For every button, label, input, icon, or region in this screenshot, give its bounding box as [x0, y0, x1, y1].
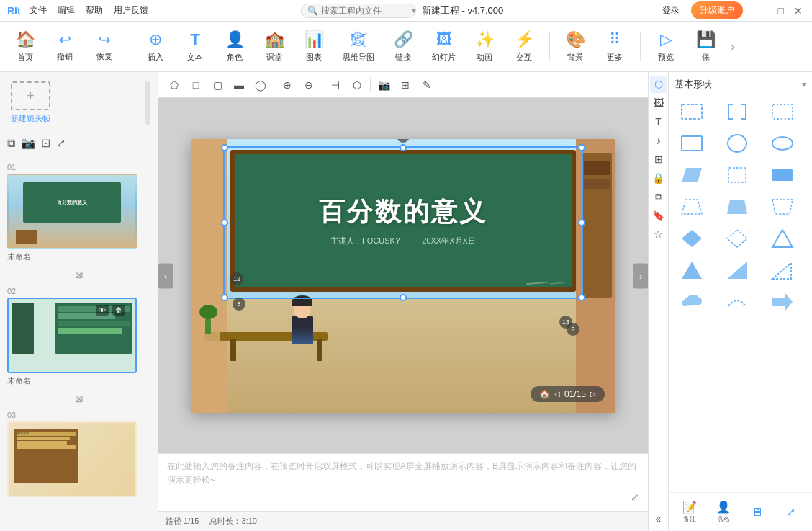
shape-diamond[interactable]	[675, 225, 709, 252]
shape-circle[interactable]	[720, 130, 754, 157]
toolbar-mindmap[interactable]: 🕸 思维导图	[335, 27, 382, 66]
toolbar-link[interactable]: 🔗 链接	[385, 27, 421, 66]
copy-frame-button[interactable]: ⧉	[7, 137, 15, 150]
slide-subtitle1: 主讲人：FOCUSKY	[330, 236, 400, 246]
shape-dashed-rect[interactable]	[675, 98, 709, 125]
shape-btn-edit[interactable]: ✎	[417, 75, 437, 95]
right-sidebar: ⬡ 🖼 T ♪ ⊞ 🔒 ⧉ 🔖 ☆ «	[648, 72, 668, 531]
search-box[interactable]: 🔍 ▼	[301, 4, 416, 18]
shape-bracket[interactable]	[720, 98, 754, 125]
shape-btn-zoom-out[interactable]: ⊖	[299, 75, 319, 95]
slide-prev-button[interactable]: ‹	[158, 263, 173, 288]
shape-cloud[interactable]	[675, 288, 709, 316]
menu-feedback[interactable]: 用户反馈	[114, 4, 148, 17]
shape-trapezoid-1[interactable]	[675, 193, 709, 220]
shape-right-triangle[interactable]	[720, 256, 754, 284]
sidebar-lock-button[interactable]: 🔒	[650, 169, 667, 187]
svg-point-4	[772, 137, 793, 150]
toolbar-bg[interactable]: 🎨 背景	[557, 27, 593, 66]
notes-expand-button[interactable]: ⤢	[631, 489, 639, 505]
search-dropdown-icon[interactable]: ▼	[410, 6, 418, 14]
toolbar-class[interactable]: 🏫 课堂	[256, 27, 292, 66]
shape-btn-polygon2[interactable]: ⬡	[347, 75, 367, 95]
toolbar-more[interactable]: ⠿ 更多	[597, 27, 633, 66]
slide-item-1[interactable]: 01 百分数的意义 未命名	[0, 159, 158, 266]
shape-btn-pentagon[interactable]: ⬠	[164, 75, 184, 95]
menu-edit[interactable]: 编辑	[58, 4, 75, 17]
close-button[interactable]: ✕	[792, 5, 805, 17]
toolbar-home-label: 首页	[17, 52, 33, 63]
fullscreen-button[interactable]: ⤢	[774, 502, 808, 522]
menu-help[interactable]: 帮助	[86, 4, 103, 17]
save-icon: 💾	[696, 30, 716, 49]
shape-btn-rect[interactable]: □	[186, 75, 206, 95]
toolbar-chart[interactable]: 📊 图表	[296, 27, 332, 66]
toolbar-redo[interactable]: ↪ 恢复	[86, 27, 122, 66]
sidebar-audio-button[interactable]: ♪	[650, 132, 667, 149]
shape-btn-bold-rect[interactable]: ▬	[229, 75, 249, 95]
shape-solid-rect-filled[interactable]	[765, 161, 800, 189]
toolbar-text[interactable]: T 文本	[177, 27, 213, 66]
upgrade-button[interactable]: 升级账户	[691, 1, 743, 19]
shape-diamond-dashed[interactable]	[720, 225, 754, 252]
search-input[interactable]	[321, 6, 407, 16]
toolbar-save[interactable]: 💾 保	[687, 27, 723, 66]
slide-item-2[interactable]: 02 👁 🗑 未命名	[0, 283, 158, 390]
expand-button[interactable]: ⤢	[56, 136, 66, 150]
svg-marker-9	[727, 200, 747, 214]
shape-dashed-rect2[interactable]	[765, 98, 800, 125]
slide-item-3[interactable]: 03 教学内容	[0, 407, 158, 501]
toolbar-slideshow[interactable]: 🖼 幻灯片	[425, 27, 463, 66]
shape-trapezoid-3[interactable]	[765, 193, 800, 220]
shape-arrow-right[interactable]	[765, 288, 800, 316]
notes-area[interactable]: 在此处输入您的备注内容，在预览时开启双屏模式，可以实现A屏全屏播放演示内容，B屏…	[158, 453, 648, 511]
shape-dashed-square[interactable]	[720, 161, 754, 189]
sidebar-star-button[interactable]: ☆	[650, 226, 667, 243]
toolbar-preview[interactable]: ▷ 预览	[648, 27, 684, 66]
fit-button[interactable]: ⊡	[41, 136, 50, 150]
shape-btn-grid[interactable]: ⊞	[395, 75, 415, 95]
shape-btn-rounded[interactable]: ▢	[207, 75, 227, 95]
menu-file[interactable]: 文件	[30, 4, 47, 17]
shapes-expand-icon[interactable]: ▾	[802, 79, 806, 89]
shape-arc[interactable]	[720, 288, 754, 316]
shape-triangle-up[interactable]	[765, 225, 800, 252]
shape-btn-zoom-in[interactable]: ⊕	[277, 75, 297, 95]
slide-eye-button[interactable]: 👁	[96, 305, 109, 316]
shape-triangle-solid[interactable]	[675, 256, 709, 284]
sidebar-text-button[interactable]: T	[650, 113, 667, 130]
toolbar-animate[interactable]: ✨ 动画	[466, 27, 502, 66]
sidebar-bookmark-button[interactable]: 🔖	[650, 207, 667, 224]
sidebar-image-button[interactable]: 🖼	[650, 94, 667, 112]
shape-btn-circle[interactable]: ◯	[251, 75, 271, 95]
shape-trapezoid-2[interactable]	[720, 193, 754, 220]
screen-button[interactable]: 🖥	[741, 503, 775, 522]
shape-right-triangle-outline[interactable]	[765, 256, 800, 284]
toolbar-role[interactable]: 👤 角色	[217, 27, 253, 66]
panel-scrollbar[interactable]	[145, 81, 150, 125]
toolbar-home[interactable]: 🏠 首页	[7, 27, 43, 66]
camera-button[interactable]: 📷	[21, 136, 35, 150]
sidebar-collapse-button[interactable]: «	[650, 510, 667, 527]
toolbar-interact[interactable]: ⚡ 交互	[506, 27, 542, 66]
roll-call-button[interactable]: 👤 点名	[707, 497, 741, 527]
slide-delete-button[interactable]: 🗑	[112, 305, 125, 316]
shape-ellipse[interactable]	[765, 130, 800, 157]
login-button[interactable]: 登录	[657, 2, 685, 19]
toolbar-insert[interactable]: ⊕ 插入	[137, 27, 173, 66]
maximize-button[interactable]: □	[776, 5, 786, 17]
slide-next-button[interactable]: ›	[633, 263, 648, 288]
shape-parallelogram-left[interactable]	[675, 161, 709, 189]
shape-btn-camera[interactable]: 📷	[374, 75, 394, 95]
canvas-slide[interactable]: 百分数的意义 主讲人：FOCUSKY 20XX年X月X日	[191, 139, 615, 413]
shape-btn-align[interactable]: ⊣	[325, 75, 346, 95]
sidebar-layer-button[interactable]: ⧉	[650, 188, 667, 205]
new-frame-button[interactable]: + 新建镜头帧	[7, 78, 54, 128]
toolbar-undo[interactable]: ↩ 撤销	[47, 27, 83, 66]
sidebar-group-button[interactable]: ⊞	[650, 151, 667, 168]
minimize-button[interactable]: —	[756, 5, 770, 17]
notes-button[interactable]: 📝 备注	[673, 497, 707, 527]
sidebar-shapes-button[interactable]: ⬡	[650, 76, 667, 93]
toolbar-expand-icon[interactable]: ›	[731, 40, 734, 53]
shape-rect-solid[interactable]	[675, 130, 709, 157]
